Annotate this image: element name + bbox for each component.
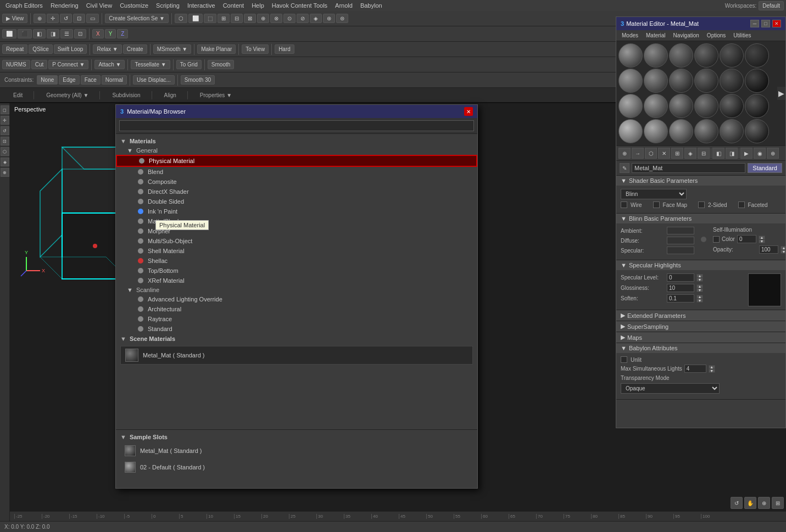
small-icon-6[interactable]: ⊡ (74, 29, 86, 38)
sphere-24[interactable] (745, 119, 769, 143)
icon-btn-4[interactable]: ⊞ (218, 14, 230, 23)
attach-btn[interactable]: Attach ▼ (94, 60, 125, 69)
architectural-item[interactable]: Architectural (116, 304, 477, 314)
opacity-mode-select[interactable]: Opaque (621, 383, 720, 394)
to-view-btn[interactable]: To View (242, 44, 269, 54)
left-icon-1[interactable]: ⬡ (1, 147, 9, 156)
qslice-btn[interactable]: QSlice (29, 44, 52, 54)
mat-tb-copy[interactable]: ⊞ (671, 148, 683, 159)
p-connect-btn[interactable]: P Connect ▼ (48, 60, 88, 69)
supersampling-header[interactable]: ▶ SuperSampling (616, 321, 785, 332)
menu-scripting[interactable]: Scripting (153, 1, 183, 10)
xref-material-item[interactable]: XRef Material (116, 276, 477, 285)
sphere-16[interactable] (694, 94, 718, 118)
adv-lighting-item[interactable]: Advanced Lighting Override (116, 294, 477, 304)
menu-rendering[interactable]: Rendering (47, 1, 82, 10)
sphere-12[interactable] (745, 69, 769, 93)
mat-menu-modes[interactable]: Modes (618, 31, 642, 40)
sphere-22[interactable] (694, 119, 718, 143)
sphere-15[interactable] (669, 94, 693, 118)
viewport-pan-btn[interactable]: ✋ (744, 497, 756, 509)
constraint-none[interactable]: None (37, 75, 58, 85)
metal-mat-scene-item[interactable]: Metal_Mat ( Standard ) (120, 346, 473, 365)
left-scale-btn[interactable]: ⊡ (1, 137, 9, 145)
multi-sub-item[interactable]: Multi/Sub-Object (116, 236, 477, 246)
icon-btn-1[interactable]: ⬡ (175, 14, 187, 23)
icon-btn-10[interactable]: ⊘ (297, 14, 309, 23)
icon-btn-9[interactable]: ⊙ (283, 14, 296, 23)
menu-interactive[interactable]: Interactive (184, 1, 219, 10)
swift-loop-btn[interactable]: Swift Loop (54, 44, 87, 54)
section-properties[interactable]: Properties ▼ (189, 91, 243, 99)
create-btn[interactable]: Create (123, 44, 147, 54)
small-icon-2[interactable]: ⬛ (18, 29, 32, 38)
mat-tb-unique[interactable]: ◈ (684, 148, 696, 159)
menu-babylon[interactable]: Babylon (357, 1, 386, 10)
scanline-subsection-header[interactable]: ▼ Scanline (116, 285, 477, 294)
spec-level-down[interactable]: ▼ (696, 278, 703, 282)
sphere-7[interactable] (618, 69, 643, 93)
hard-btn[interactable]: Hard (275, 44, 294, 54)
sphere-17[interactable] (720, 94, 744, 118)
materials-section-header[interactable]: ▼ Materials (116, 136, 477, 146)
sample-slot-02-default[interactable]: 02 - Default ( Standard ) (120, 460, 473, 475)
select-tool[interactable]: ⊕ (34, 14, 46, 23)
mat-tb-put-to-scene[interactable]: → (632, 148, 644, 159)
sphere-3[interactable] (669, 43, 693, 68)
small-icon-1[interactable]: ⬜ (2, 29, 16, 38)
menu-help[interactable]: Help (248, 1, 267, 10)
shader-basic-header[interactable]: ▼ Shader Basic Parameters (616, 176, 785, 186)
xyz-z[interactable]: Z (117, 29, 128, 38)
mat-pick-btn[interactable]: ✎ (620, 163, 629, 173)
extended-params-header[interactable]: ▶ Extended Parameters (616, 310, 785, 321)
mat-tb-show-realistic[interactable]: ◨ (726, 148, 738, 159)
two-sided-checkbox[interactable] (698, 201, 705, 208)
directx-shader-item[interactable]: DirectX Shader (116, 187, 477, 197)
opacity-input[interactable] (759, 245, 778, 254)
mat-tb-backlight[interactable]: ◉ (754, 148, 766, 159)
icon-btn-2[interactable]: ⬜ (188, 14, 203, 23)
standard-item[interactable]: Standard (116, 324, 477, 334)
soften-up[interactable]: ▲ (696, 295, 703, 299)
glossiness-up[interactable]: ▲ (696, 284, 703, 288)
mat-tb-reset[interactable]: ✕ (658, 148, 670, 159)
create-sel-btn[interactable]: Create Selection Se ▼ (105, 14, 169, 23)
left-rotate-btn[interactable]: ↺ (1, 126, 9, 135)
left-select-btn[interactable]: ◻ (1, 105, 9, 114)
mat-tb-get-from-scene[interactable]: ⊕ (618, 148, 631, 159)
sphere-11[interactable] (720, 69, 744, 93)
max-lights-down[interactable]: ▼ (709, 369, 715, 373)
specular-swatch[interactable] (667, 247, 694, 254)
msmooth-btn[interactable]: MSmooth ▼ (153, 44, 191, 54)
maps-header[interactable]: ▶ Maps (616, 332, 785, 343)
self-illum-value-input[interactable] (737, 235, 756, 243)
mat-name-input[interactable] (632, 163, 745, 173)
icon-btn-6[interactable]: ⊠ (244, 14, 256, 23)
sphere-13[interactable] (618, 94, 643, 118)
ink-paint-item[interactable]: Ink 'n Paint (116, 206, 477, 216)
mat-editor-minimize-btn[interactable]: ─ (750, 20, 759, 27)
menu-content[interactable]: Content (220, 1, 248, 10)
max-lights-input[interactable] (684, 365, 706, 373)
sphere-18[interactable] (745, 94, 769, 118)
soften-input[interactable] (667, 294, 694, 303)
sphere-14[interactable] (644, 94, 668, 118)
scene-materials-header[interactable]: ▼ Scene Materials (116, 334, 477, 344)
babylon-attrs-header[interactable]: ▼ Babylon Attributes (616, 343, 785, 353)
icon-btn-12[interactable]: ⊛ (323, 14, 335, 23)
matte-shadow-item[interactable]: Matte/Shadow (116, 216, 477, 226)
dialog-close-button[interactable]: ✕ (464, 107, 473, 116)
constraint-face[interactable]: Face (81, 75, 101, 85)
blinn-basic-header[interactable]: ▼ Blinn Basic Parameters (616, 214, 785, 223)
sphere-8[interactable] (644, 69, 668, 93)
xyz-x[interactable]: X (92, 29, 104, 38)
rotate-tool[interactable]: ↺ (60, 14, 72, 23)
view-dropdown[interactable]: ▶ View (2, 14, 27, 23)
shader-type-select[interactable]: Blinn (621, 189, 687, 199)
constraint-normal[interactable]: Normal (102, 75, 127, 85)
xyz-y[interactable]: Y (105, 29, 116, 38)
soften-down[interactable]: ▼ (696, 299, 703, 303)
viewport-zoomall-btn[interactable]: ⊞ (772, 497, 784, 509)
physical-material-item[interactable]: Physical Material Physical Material (116, 155, 477, 167)
diffuse-swatch[interactable] (667, 237, 694, 244)
